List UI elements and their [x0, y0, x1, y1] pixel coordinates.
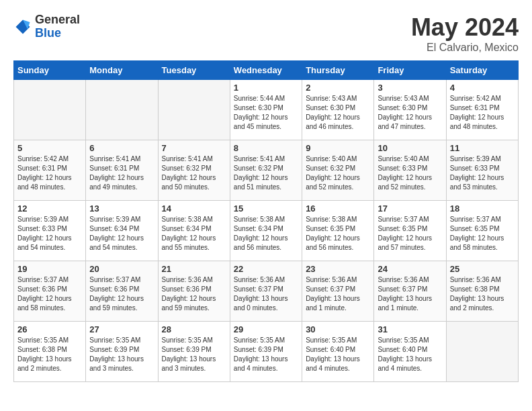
calendar-week-4: 19Sunrise: 5:37 AMSunset: 6:36 PMDayligh… — [14, 261, 519, 322]
day-number: 31 — [378, 324, 442, 334]
header: General Blue May 2024 El Calvario, Mexic… — [13, 13, 519, 54]
day-number: 1 — [234, 83, 298, 93]
day-number: 3 — [378, 83, 442, 93]
day-number: 25 — [450, 264, 515, 274]
calendar-cell: 19Sunrise: 5:37 AMSunset: 6:36 PMDayligh… — [14, 261, 86, 322]
day-number: 12 — [17, 203, 82, 214]
calendar-cell: 26Sunrise: 5:35 AMSunset: 6:38 PMDayligh… — [14, 322, 86, 382]
calendar-cell: 10Sunrise: 5:40 AMSunset: 6:33 PMDayligh… — [374, 140, 446, 201]
calendar-cell: 5Sunrise: 5:42 AMSunset: 6:31 PMDaylight… — [14, 140, 86, 201]
day-number: 9 — [306, 143, 370, 153]
day-info: Sunrise: 5:36 AMSunset: 6:38 PMDaylight:… — [450, 275, 515, 313]
day-number: 14 — [162, 203, 226, 214]
calendar-cell — [446, 322, 518, 382]
day-info: Sunrise: 5:41 AMSunset: 6:31 PMDaylight:… — [89, 154, 154, 192]
day-info: Sunrise: 5:43 AMSunset: 6:30 PMDaylight:… — [306, 94, 370, 132]
weekday-header-tuesday: Tuesday — [158, 61, 230, 80]
title-section: May 2024 El Calvario, Mexico — [411, 13, 519, 54]
day-number: 29 — [234, 324, 298, 334]
weekday-header-wednesday: Wednesday — [230, 61, 302, 80]
calendar-cell: 7Sunrise: 5:41 AMSunset: 6:32 PMDaylight… — [158, 140, 230, 201]
calendar-cell: 11Sunrise: 5:39 AMSunset: 6:33 PMDayligh… — [446, 140, 518, 201]
day-info: Sunrise: 5:36 AMSunset: 6:37 PMDaylight:… — [306, 275, 370, 313]
day-info: Sunrise: 5:36 AMSunset: 6:36 PMDaylight:… — [162, 275, 226, 313]
day-info: Sunrise: 5:40 AMSunset: 6:33 PMDaylight:… — [378, 154, 442, 192]
day-info: Sunrise: 5:37 AMSunset: 6:36 PMDaylight:… — [17, 275, 82, 313]
calendar-week-2: 5Sunrise: 5:42 AMSunset: 6:31 PMDaylight… — [14, 140, 519, 201]
day-info: Sunrise: 5:35 AMSunset: 6:38 PMDaylight:… — [17, 336, 82, 373]
day-number: 28 — [162, 324, 226, 334]
day-number: 13 — [89, 203, 154, 214]
day-number: 10 — [378, 143, 442, 153]
calendar-table: SundayMondayTuesdayWednesdayThursdayFrid… — [13, 60, 519, 382]
day-number: 5 — [17, 143, 82, 153]
day-number: 6 — [89, 143, 154, 153]
day-info: Sunrise: 5:37 AMSunset: 6:36 PMDaylight:… — [89, 275, 154, 313]
day-number: 4 — [450, 83, 515, 93]
day-number: 26 — [17, 324, 82, 334]
day-info: Sunrise: 5:35 AMSunset: 6:40 PMDaylight:… — [378, 336, 442, 373]
weekday-header-saturday: Saturday — [446, 61, 518, 80]
day-info: Sunrise: 5:42 AMSunset: 6:31 PMDaylight:… — [17, 154, 82, 192]
day-info: Sunrise: 5:38 AMSunset: 6:35 PMDaylight:… — [306, 215, 370, 253]
day-number: 11 — [450, 143, 515, 153]
calendar-cell: 2Sunrise: 5:43 AMSunset: 6:30 PMDaylight… — [302, 80, 374, 140]
day-number: 30 — [306, 324, 370, 334]
day-info: Sunrise: 5:35 AMSunset: 6:40 PMDaylight:… — [306, 336, 370, 373]
month-title: May 2024 — [411, 13, 519, 42]
weekday-header-monday: Monday — [86, 61, 158, 80]
day-number: 20 — [89, 264, 154, 274]
day-number: 27 — [89, 324, 154, 334]
calendar-cell — [86, 80, 158, 140]
calendar-cell — [14, 80, 86, 140]
day-info: Sunrise: 5:35 AMSunset: 6:39 PMDaylight:… — [234, 336, 298, 373]
day-info: Sunrise: 5:36 AMSunset: 6:37 PMDaylight:… — [234, 275, 298, 313]
calendar-cell: 15Sunrise: 5:38 AMSunset: 6:34 PMDayligh… — [230, 201, 302, 261]
weekday-header: SundayMondayTuesdayWednesdayThursdayFrid… — [14, 61, 519, 80]
calendar-cell: 25Sunrise: 5:36 AMSunset: 6:38 PMDayligh… — [446, 261, 518, 322]
day-number: 24 — [378, 264, 442, 274]
weekday-header-friday: Friday — [374, 61, 446, 80]
day-info: Sunrise: 5:36 AMSunset: 6:37 PMDaylight:… — [378, 275, 442, 313]
day-number: 16 — [306, 203, 370, 214]
calendar-cell: 12Sunrise: 5:39 AMSunset: 6:33 PMDayligh… — [14, 201, 86, 261]
calendar-cell: 30Sunrise: 5:35 AMSunset: 6:40 PMDayligh… — [302, 322, 374, 382]
calendar-cell: 13Sunrise: 5:39 AMSunset: 6:34 PMDayligh… — [86, 201, 158, 261]
calendar-cell: 31Sunrise: 5:35 AMSunset: 6:40 PMDayligh… — [374, 322, 446, 382]
day-number: 21 — [162, 264, 226, 274]
day-number: 15 — [234, 203, 298, 214]
day-number: 2 — [306, 83, 370, 93]
calendar-cell: 20Sunrise: 5:37 AMSunset: 6:36 PMDayligh… — [86, 261, 158, 322]
day-info: Sunrise: 5:41 AMSunset: 6:32 PMDaylight:… — [234, 154, 298, 192]
day-info: Sunrise: 5:42 AMSunset: 6:31 PMDaylight:… — [450, 94, 515, 132]
calendar-cell: 9Sunrise: 5:40 AMSunset: 6:32 PMDaylight… — [302, 140, 374, 201]
weekday-header-thursday: Thursday — [302, 61, 374, 80]
day-info: Sunrise: 5:35 AMSunset: 6:39 PMDaylight:… — [162, 336, 226, 373]
calendar-cell — [158, 80, 230, 140]
calendar-cell: 22Sunrise: 5:36 AMSunset: 6:37 PMDayligh… — [230, 261, 302, 322]
location: El Calvario, Mexico — [411, 42, 519, 54]
day-number: 8 — [234, 143, 298, 153]
weekday-header-sunday: Sunday — [14, 61, 86, 80]
day-number: 7 — [162, 143, 226, 153]
calendar-cell: 18Sunrise: 5:37 AMSunset: 6:35 PMDayligh… — [446, 201, 518, 261]
day-number: 22 — [234, 264, 298, 274]
calendar-cell: 16Sunrise: 5:38 AMSunset: 6:35 PMDayligh… — [302, 201, 374, 261]
day-info: Sunrise: 5:37 AMSunset: 6:35 PMDaylight:… — [378, 215, 442, 253]
calendar-cell: 24Sunrise: 5:36 AMSunset: 6:37 PMDayligh… — [374, 261, 446, 322]
day-info: Sunrise: 5:35 AMSunset: 6:39 PMDaylight:… — [89, 336, 154, 373]
calendar-cell: 1Sunrise: 5:44 AMSunset: 6:30 PMDaylight… — [230, 80, 302, 140]
logo: General Blue — [13, 13, 80, 40]
day-info: Sunrise: 5:43 AMSunset: 6:30 PMDaylight:… — [378, 94, 442, 132]
calendar-body: 1Sunrise: 5:44 AMSunset: 6:30 PMDaylight… — [14, 80, 519, 382]
calendar-cell: 23Sunrise: 5:36 AMSunset: 6:37 PMDayligh… — [302, 261, 374, 322]
day-info: Sunrise: 5:44 AMSunset: 6:30 PMDaylight:… — [234, 94, 298, 132]
calendar-cell: 21Sunrise: 5:36 AMSunset: 6:36 PMDayligh… — [158, 261, 230, 322]
calendar-cell: 8Sunrise: 5:41 AMSunset: 6:32 PMDaylight… — [230, 140, 302, 201]
calendar-week-5: 26Sunrise: 5:35 AMSunset: 6:38 PMDayligh… — [14, 322, 519, 382]
day-info: Sunrise: 5:39 AMSunset: 6:33 PMDaylight:… — [17, 215, 82, 253]
calendar-cell: 14Sunrise: 5:38 AMSunset: 6:34 PMDayligh… — [158, 201, 230, 261]
day-info: Sunrise: 5:38 AMSunset: 6:34 PMDaylight:… — [234, 215, 298, 253]
calendar-cell: 3Sunrise: 5:43 AMSunset: 6:30 PMDaylight… — [374, 80, 446, 140]
day-number: 17 — [378, 203, 442, 214]
